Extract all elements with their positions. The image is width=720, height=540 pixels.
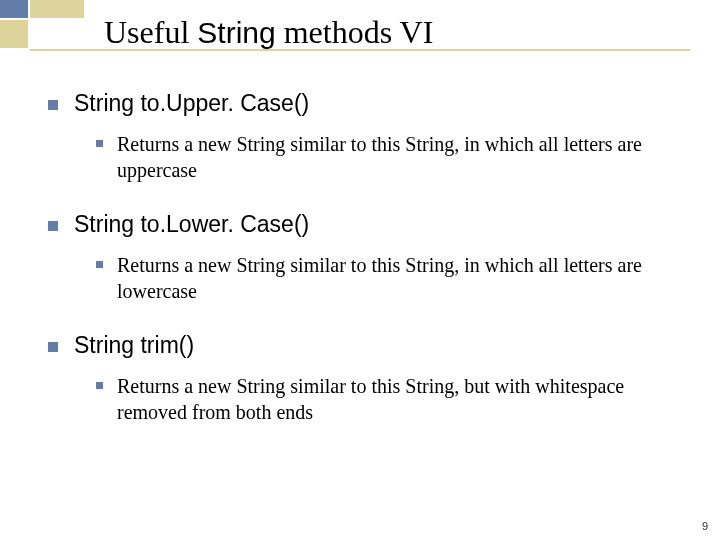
title-code: String — [197, 16, 275, 49]
header-accent-gold-top — [30, 0, 84, 18]
method-heading: String to.Lower. Case() — [74, 211, 309, 238]
method-heading: String to.Upper. Case() — [74, 90, 309, 117]
method-heading: String trim() — [74, 332, 194, 359]
bullet-icon — [96, 140, 103, 147]
title-pre: Useful — [104, 14, 197, 50]
list-item: String to.Upper. Case() Returns a new St… — [48, 90, 680, 183]
bullet-icon — [48, 342, 58, 352]
bullet-icon — [96, 261, 103, 268]
bullet-icon — [96, 382, 103, 389]
header-accent-gold-side — [0, 20, 28, 48]
list-item: String to.Lower. Case() Returns a new St… — [48, 211, 680, 304]
title-post: methods VI — [276, 14, 434, 50]
list-item: String trim() Returns a new String simil… — [48, 332, 680, 425]
header-accent-blue — [0, 0, 28, 18]
bullet-icon — [48, 221, 58, 231]
method-description: Returns a new String similar to this Str… — [117, 373, 677, 425]
method-description: Returns a new String similar to this Str… — [117, 252, 677, 304]
bullet-icon — [48, 100, 58, 110]
page-number: 9 — [702, 520, 708, 532]
slide-title: Useful String methods VI — [104, 14, 433, 51]
method-description: Returns a new String similar to this Str… — [117, 131, 677, 183]
slide-content: String to.Upper. Case() Returns a new St… — [48, 90, 680, 453]
